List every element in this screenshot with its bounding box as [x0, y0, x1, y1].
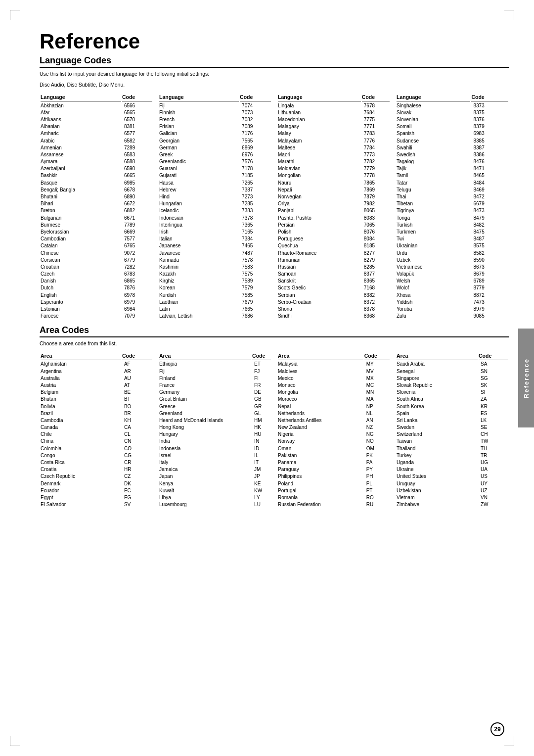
area-code: ES [479, 410, 508, 416]
language-code: 7783 [362, 131, 390, 137]
language-row: Bhutani6890 [41, 193, 152, 199]
language-code: 6783 [122, 271, 152, 277]
language-row: Bengali; Bangla6678 [41, 187, 152, 192]
area-name: Poland [278, 480, 363, 486]
language-code: 6566 [122, 102, 152, 108]
language-row: Quechua8185 [278, 243, 390, 249]
area-code: MX [364, 375, 390, 381]
area-name: Monaco [278, 382, 363, 388]
code-header-2: Code [240, 94, 271, 101]
language-row: Slovenian8376 [397, 116, 508, 122]
area-name: South Africa [397, 396, 478, 402]
area-code: JM [252, 467, 271, 472]
area-code: IL [252, 452, 271, 458]
language-name: English [41, 292, 121, 298]
language-name: Hungarian [159, 201, 239, 207]
language-code: 7576 [240, 159, 271, 165]
language-name: Greek [159, 151, 239, 157]
area-name: Czech Republic [41, 473, 121, 479]
area-name: El Salvador [41, 502, 121, 508]
language-name: Sindhi [278, 313, 361, 319]
language-row: Breton6882 [41, 208, 152, 214]
area-row: Costa RicaCR [41, 459, 152, 465]
area-name: Panama [278, 459, 363, 465]
language-row: Mongolian7778 [278, 173, 390, 179]
area-code: US [479, 473, 508, 479]
language-row: Thai8472 [397, 193, 508, 199]
language-code: 8482 [471, 222, 508, 228]
language-code: 8590 [471, 257, 508, 263]
language-name: Tonga [397, 215, 470, 221]
language-code: 7074 [240, 102, 271, 108]
area-name: Russian Federation [278, 502, 363, 508]
area-name: Singapore [397, 375, 478, 381]
language-row: Amharic6577 [41, 131, 152, 137]
language-code: 7282 [122, 264, 152, 270]
area-row: SingaporeSG [397, 375, 508, 381]
language-row: Telugu8469 [397, 187, 508, 192]
area-row: UgandaUG [397, 459, 508, 465]
language-name: Danish [41, 278, 121, 284]
language-table-col3: Language Code Lingala7678Lithuanian7684M… [277, 93, 391, 320]
language-name: Galician [159, 131, 239, 137]
area-name: Greenland [159, 410, 251, 416]
area-name: Paraguay [278, 467, 363, 472]
language-name: Tibetan [397, 201, 470, 207]
area-row: JapanJP [159, 473, 271, 479]
language-row: Kirghiz7589 [159, 278, 271, 284]
language-code: 8377 [362, 271, 390, 277]
language-name: Persian [278, 222, 361, 228]
language-code: 7982 [362, 201, 390, 207]
area-code: SA [479, 361, 508, 367]
language-code: 7579 [240, 285, 271, 291]
language-name: Serbian [278, 292, 361, 298]
language-code: 7575 [240, 271, 271, 277]
side-tab-label: Reference [523, 358, 530, 398]
language-code: 8487 [471, 236, 508, 242]
code-header-1: Code [122, 94, 152, 101]
area-name: Vietnam [397, 494, 478, 500]
language-name: Pashto, Pushto [278, 215, 361, 221]
area-row: BoliviaBO [41, 403, 152, 409]
language-name: Croatian [41, 264, 121, 270]
language-name: Telugu [397, 187, 470, 192]
language-name: Tagalog [397, 159, 470, 165]
language-name: Gujarati [159, 173, 239, 179]
language-name: Urdu [397, 250, 470, 256]
language-code: 7879 [362, 193, 390, 199]
area-codes-heading: Area Codes [40, 325, 509, 337]
language-code: 6890 [122, 193, 152, 199]
language-code: 7779 [362, 166, 390, 172]
area-row: PakistanPK [278, 452, 390, 458]
area-code: SN [479, 368, 508, 374]
area-code: UG [479, 459, 508, 465]
language-row: Azerbaijani6590 [41, 166, 152, 172]
language-name: Nauru [278, 180, 361, 186]
language-row: Tagalog8476 [397, 159, 508, 165]
language-name: Maori [278, 151, 361, 157]
language-name: Kashmiri [159, 264, 239, 270]
language-row: Wolof8779 [397, 285, 508, 291]
language-row: Malay7783 [278, 131, 390, 137]
language-name: Malayalam [278, 138, 361, 143]
language-code: 6672 [122, 201, 152, 207]
area-row: SloveniaSI [397, 389, 508, 395]
area-row: TurkeyTR [397, 452, 508, 458]
area-row: SwitzerlandCH [397, 431, 508, 437]
language-name: Portuguese [278, 236, 361, 242]
language-row: Sanskrit8365 [278, 278, 390, 284]
language-name: Tajik [397, 166, 470, 172]
language-code: 7383 [240, 208, 271, 214]
language-row: Persian7065 [278, 222, 390, 228]
area-code-header-3: Code [364, 352, 390, 360]
language-name: Frisian [159, 124, 239, 130]
area-row: MexicoMX [278, 375, 390, 381]
language-code: 8372 [362, 299, 390, 305]
language-table-wrapper: Language Code Abkhazian6566Afar6565Afrik… [40, 93, 509, 320]
area-row: PortugalPT [278, 487, 390, 493]
area-code: SI [479, 389, 508, 395]
language-name: Serbo-Croatian [278, 299, 361, 305]
language-name: Somali [397, 124, 470, 130]
area-row: DenmarkDK [41, 480, 152, 486]
area-row: ItalyIT [159, 459, 271, 465]
